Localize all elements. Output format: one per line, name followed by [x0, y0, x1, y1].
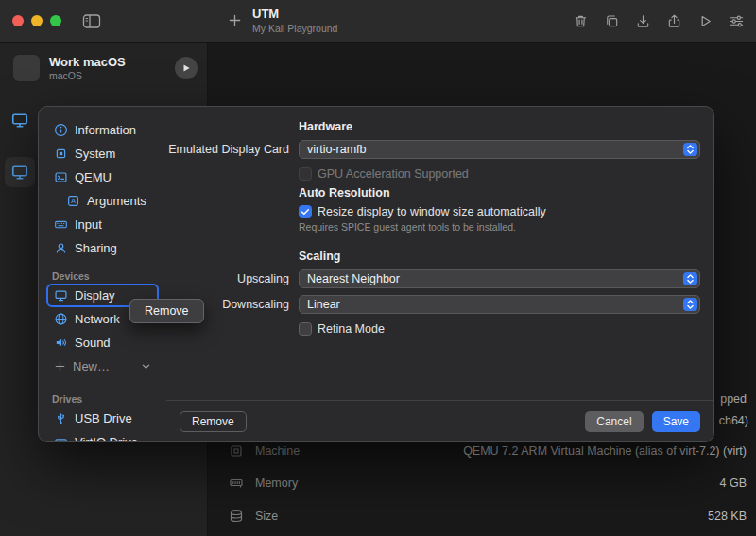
- vm-type: macOS: [49, 70, 126, 81]
- display-settings-panel: Hardware Emulated Display Card virtio-ra…: [166, 107, 713, 400]
- play-icon[interactable]: [697, 13, 713, 29]
- cancel-button[interactable]: Cancel: [585, 411, 643, 432]
- cpu-chip-icon: [54, 147, 68, 161]
- clone-icon[interactable]: [604, 13, 620, 29]
- sliders-icon[interactable]: [729, 13, 745, 29]
- minimize-button[interactable]: [31, 15, 43, 26]
- sidebar-toggle-icon[interactable]: [82, 13, 101, 29]
- select-value: Nearest Neighbor: [307, 272, 400, 285]
- vm-settings-modal: Information System QEMU A Arguments: [38, 106, 714, 442]
- downscaling-select[interactable]: Linear: [299, 295, 700, 314]
- nav-label: Arguments: [87, 194, 146, 208]
- vm-avatar: [13, 55, 40, 81]
- nav-label: Display: [75, 288, 115, 303]
- save-button[interactable]: Save: [652, 411, 700, 432]
- detail-label: Memory: [255, 476, 298, 490]
- emulated-display-card-row: Emulated Display Card virtio-ramfb: [166, 140, 700, 159]
- stepper-icon: [683, 272, 697, 285]
- plus-icon: [54, 360, 66, 372]
- titlebar: UTM My Kali Playground: [0, 0, 756, 43]
- display-icon: [54, 288, 68, 303]
- chevron-down-icon: [141, 361, 151, 372]
- nav-label: VirtIO Drive: [75, 435, 138, 442]
- gpu-acceleration-label: GPU Acceleration Supported: [318, 167, 469, 181]
- detail-value: QEMU 7.2 ARM Virtual Machine (alias of v…: [463, 444, 747, 458]
- nav-item-virtio-drive[interactable]: VirtIO Drive: [46, 430, 159, 442]
- remove-device-button[interactable]: Remove: [180, 411, 247, 432]
- nav-label: Sharing: [75, 241, 117, 255]
- emulated-display-card-label: Emulated Display Card: [166, 143, 289, 156]
- architecture-value-fragment: ch64): [719, 414, 748, 427]
- share-icon[interactable]: [666, 13, 682, 29]
- detail-label: Machine: [255, 444, 300, 458]
- plus-icon[interactable]: [228, 13, 242, 27]
- hardware-header: Hardware: [299, 120, 700, 133]
- resize-display-row: Resize display to window size automatica…: [299, 205, 700, 218]
- nav-label: Sound: [75, 336, 111, 350]
- close-button[interactable]: [12, 15, 24, 26]
- info-icon: [54, 123, 68, 137]
- detail-value: 4 GB: [720, 476, 747, 490]
- speaker-icon: [54, 336, 68, 350]
- nav-item-system[interactable]: System: [46, 142, 159, 165]
- zoom-button[interactable]: [50, 15, 61, 26]
- vm-list-item[interactable]: Work macOS macOS: [13, 55, 198, 81]
- drive-icon: [54, 435, 68, 442]
- vm-display-icon[interactable]: [5, 105, 35, 135]
- detail-label: Size: [255, 510, 278, 523]
- nav-section-devices: Devices: [46, 268, 159, 284]
- nav-section-drives: Drives: [46, 391, 159, 406]
- nav-item-input[interactable]: Input: [46, 213, 159, 236]
- terminal-icon: [54, 170, 68, 184]
- upscaling-label: Upscaling: [166, 272, 289, 285]
- modal-footer: Remove Cancel Save: [166, 400, 713, 441]
- nav-item-new-device[interactable]: New…: [46, 354, 159, 378]
- person-icon: [54, 241, 68, 255]
- spice-note: Requires SPICE guest agent tools to be i…: [299, 221, 700, 233]
- vm-display-icon[interactable]: [5, 157, 35, 187]
- context-menu: Remove: [129, 299, 204, 323]
- vm-name: Work macOS: [49, 55, 126, 69]
- nav-item-sharing[interactable]: Sharing: [46, 236, 159, 260]
- nav-item-information[interactable]: Information: [46, 118, 159, 142]
- select-value: Linear: [307, 298, 340, 311]
- downscaling-row: Downscaling Linear: [166, 295, 700, 314]
- upscaling-select[interactable]: Nearest Neighbor: [299, 269, 700, 288]
- export-icon[interactable]: [635, 13, 651, 29]
- nav-label: Input: [75, 217, 102, 232]
- usb-icon: [54, 411, 68, 425]
- detail-row-machine: Machine QEMU 7.2 ARM Virtual Machine (al…: [229, 443, 747, 458]
- detail-value: 528 KB: [708, 510, 747, 523]
- keyboard-icon: [54, 217, 68, 232]
- resize-display-checkbox[interactable]: [299, 205, 312, 218]
- resize-display-label: Resize display to window size automatica…: [318, 205, 546, 218]
- emulated-display-card-select[interactable]: virtio-ramfb: [299, 140, 700, 159]
- auto-resolution-header: Auto Resolution: [299, 186, 700, 199]
- context-menu-item-remove[interactable]: Remove: [134, 303, 199, 320]
- upscaling-row: Upscaling Nearest Neighbor: [166, 269, 700, 288]
- window-subtitle: My Kali Playground: [252, 23, 337, 34]
- nav-item-qemu[interactable]: QEMU: [46, 165, 159, 189]
- toolbar-actions: [573, 13, 745, 29]
- detail-row-memory: Memory 4 GB: [229, 475, 747, 491]
- window-title: UTM: [252, 8, 337, 21]
- nav-item-arguments[interactable]: A Arguments: [59, 189, 159, 213]
- globe-network-icon: [54, 312, 68, 326]
- nav-label: Information: [75, 123, 136, 137]
- retina-mode-checkbox[interactable]: [299, 322, 312, 336]
- traffic-lights: [12, 15, 61, 26]
- scaling-header: Scaling: [299, 250, 700, 263]
- retina-mode-row: Retina Mode: [299, 322, 700, 336]
- trash-icon[interactable]: [573, 13, 589, 29]
- vm-play-button[interactable]: [175, 57, 198, 79]
- nav-label: QEMU: [75, 170, 112, 184]
- gpu-acceleration-checkbox: [299, 167, 312, 181]
- status-value-fragment: pped: [720, 392, 747, 406]
- svg-text:A: A: [71, 198, 76, 204]
- utm-window: UTM My Kali Playground: [0, 0, 756, 536]
- nav-item-sound[interactable]: Sound: [46, 331, 159, 354]
- nav-item-usb-drive[interactable]: USB Drive: [46, 406, 159, 430]
- nav-label: System: [75, 147, 115, 161]
- nav-label: USB Drive: [75, 411, 132, 425]
- select-value: virtio-ramfb: [307, 143, 367, 156]
